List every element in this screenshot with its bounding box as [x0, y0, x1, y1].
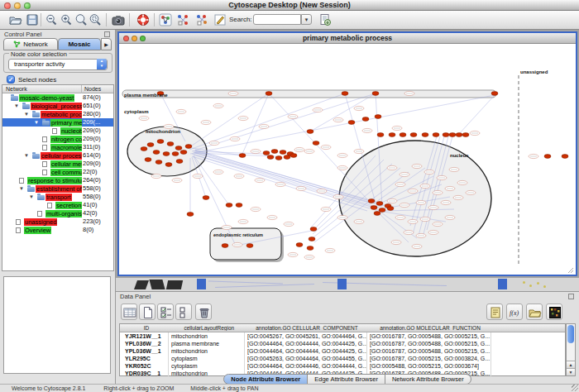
tree-row[interactable]: Overview8(0): [2, 226, 113, 234]
network-node[interactable]: [271, 150, 278, 154]
select-all-attributes-icon[interactable]: [157, 304, 174, 320]
select-attributes-icon[interactable]: [121, 304, 137, 320]
layout-icon[interactable]: [175, 12, 191, 27]
network-node[interactable]: [246, 244, 253, 248]
network-node[interactable]: [267, 155, 274, 160]
open-session-icon[interactable]: [7, 12, 24, 27]
column-header[interactable]: annotation.GO CELLULAR_COMPONENT: [246, 325, 368, 331]
import-network-icon[interactable]: [317, 12, 333, 27]
tree-row[interactable]: ▼transport558(0): [2, 193, 113, 201]
network-node[interactable]: [371, 206, 377, 210]
network-node[interactable]: [449, 133, 456, 137]
expand-arrow-icon[interactable]: ▼: [34, 118, 39, 127]
expand-arrow-icon[interactable]: ▼: [19, 184, 24, 193]
network-node[interactable]: [226, 203, 232, 208]
tree-row[interactable]: mosaic-demo-yeast874(0): [2, 93, 113, 102]
network-node[interactable]: [342, 92, 348, 96]
network-node[interactable]: [348, 121, 355, 125]
network-node[interactable]: [147, 143, 154, 147]
tree-row[interactable]: nitrogen compo209(0): [2, 135, 113, 143]
network-node[interactable]: [387, 207, 394, 211]
tab-network[interactable]: Network: [3, 38, 58, 50]
window-resize-grip[interactable]: [572, 385, 578, 391]
snapshot-icon[interactable]: [110, 12, 127, 27]
expand-arrow-icon[interactable]: ▼: [29, 193, 34, 201]
tree-row[interactable]: ▼primary metabo209(...: [2, 118, 113, 127]
zoom-out-icon[interactable]: [43, 12, 60, 27]
network-node[interactable]: [374, 212, 380, 216]
network-node[interactable]: [236, 203, 242, 208]
tree-row[interactable]: ▼cellular process614(0): [2, 151, 113, 160]
network-canvas[interactable]: plasma membrane cytoplasm mitochondrion …: [119, 44, 576, 275]
table-scrollbar[interactable]: ▲ ▼: [566, 323, 576, 376]
network-node[interactable]: [165, 163, 172, 167]
import-attributes-icon[interactable]: [526, 304, 543, 320]
tree-row[interactable]: ▼biological_process651(0): [2, 102, 113, 110]
network-node[interactable]: [400, 133, 406, 137]
tree-row[interactable]: secretion41(0): [2, 201, 113, 209]
network-node[interactable]: [368, 199, 375, 203]
network-node[interactable]: [377, 133, 384, 137]
tree-row[interactable]: cellular metabo209(0): [2, 160, 113, 168]
network-node[interactable]: [433, 133, 439, 137]
attribute-matrix-icon[interactable]: [546, 304, 562, 320]
unselect-all-attributes-icon[interactable]: [175, 304, 192, 320]
network-node[interactable]: [263, 151, 270, 155]
network-view-window[interactable]: primary metabolic process plasma membran…: [117, 31, 577, 276]
network-node[interactable]: [410, 133, 417, 137]
network-node[interactable]: [562, 155, 568, 159]
network-node[interactable]: [307, 130, 313, 134]
expand-arrow-icon[interactable]: ▼: [24, 151, 29, 160]
float-panel-icon[interactable]: [104, 31, 110, 37]
network-node[interactable]: [203, 196, 209, 200]
network-node[interactable]: [375, 115, 381, 119]
layout-alt-icon[interactable]: [194, 12, 210, 27]
network-node[interactable]: [309, 237, 315, 241]
network-node[interactable]: [290, 154, 297, 158]
network-node[interactable]: [462, 133, 469, 137]
new-attribute-icon[interactable]: [139, 304, 156, 320]
scrollbar-thumb[interactable]: [567, 325, 574, 343]
expand-arrow-icon[interactable]: ▼: [14, 102, 19, 110]
network-node[interactable]: [422, 133, 428, 137]
search-input[interactable]: [253, 14, 301, 25]
network-node[interactable]: [280, 151, 286, 155]
function-builder-icon[interactable]: f(x): [506, 304, 523, 320]
table-row[interactable]: YPL036W__2plasma membrane[GO:0044464, GO…: [120, 340, 565, 347]
network-view-titlebar[interactable]: primary metabolic process: [119, 33, 576, 44]
table-row[interactable]: YLR295Ccytoplasm[GO:0045263, GO:0044464,…: [120, 355, 565, 362]
annotations-icon[interactable]: [212, 12, 228, 27]
network-node[interactable]: [389, 133, 395, 137]
canvas-resize-grip[interactable]: [568, 268, 573, 273]
network-node[interactable]: [313, 141, 319, 146]
table-row[interactable]: YKR052Ccytoplasm[GO:0044464, GO:0044446,…: [120, 362, 565, 370]
help-icon[interactable]: [135, 12, 151, 27]
delete-attribute-icon[interactable]: [195, 304, 212, 320]
tree-row[interactable]: cell communicat22(0): [2, 168, 113, 176]
tree-row[interactable]: macromolecule311(0): [2, 143, 113, 151]
zoom-selected-icon[interactable]: [87, 12, 103, 27]
network-node[interactable]: [443, 133, 449, 137]
network-node[interactable]: [153, 151, 160, 155]
network-overview-navigator[interactable]: [3, 276, 111, 374]
network-node[interactable]: [157, 140, 164, 144]
network-node[interactable]: [284, 155, 290, 160]
network-node[interactable]: [456, 133, 462, 137]
attribute-table-header[interactable]: ID_cellularLayoutRegionannotation.GO CEL…: [120, 324, 565, 332]
network-node[interactable]: [307, 246, 313, 251]
tree-row[interactable]: multi-organism pro42(0): [2, 209, 113, 218]
network-node[interactable]: [175, 146, 182, 151]
network-node[interactable]: [180, 151, 187, 155]
expand-arrow-icon[interactable]: ▼: [24, 110, 29, 118]
scroll-up-icon[interactable]: ▲: [567, 361, 575, 368]
tree-row[interactable]: ▼metabolic process280(0): [2, 110, 113, 118]
vizmapper-icon[interactable]: [157, 12, 174, 27]
data-panel-float-icon[interactable]: [568, 294, 574, 299]
tree-row[interactable]: ▼establishment of lo558(0): [2, 184, 113, 193]
network-node[interactable]: [379, 208, 385, 213]
column-header[interactable]: ID: [123, 325, 170, 331]
network-node[interactable]: [141, 147, 147, 151]
column-header[interactable]: annotation.GO MOLECULAR_FUNCTION: [368, 325, 492, 331]
network-node[interactable]: [145, 158, 151, 162]
network-node[interactable]: [275, 156, 282, 160]
